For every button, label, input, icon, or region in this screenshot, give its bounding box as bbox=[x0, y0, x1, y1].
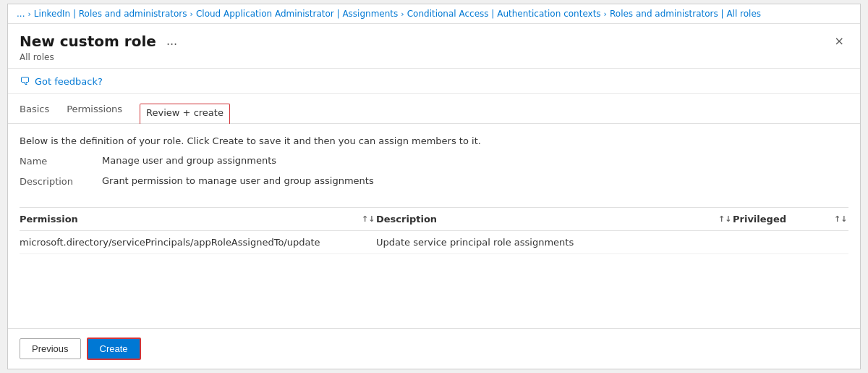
col-description-label: Description bbox=[376, 214, 718, 225]
page-title: New custom role bbox=[20, 33, 156, 50]
breadcrumb: ... › LinkedIn | Roles and administrator… bbox=[8, 4, 860, 24]
create-button[interactable]: Create bbox=[87, 338, 141, 360]
description-text: Below is the definition of your role. Cl… bbox=[8, 124, 860, 155]
main-window: ... › LinkedIn | Roles and administrator… bbox=[7, 4, 861, 369]
tab-review-create[interactable]: Review + create bbox=[140, 104, 230, 124]
feedback-icon: 🗨 bbox=[20, 75, 30, 88]
field-description: Description Grant permission to manage u… bbox=[20, 175, 848, 187]
breadcrumb-item-2[interactable]: Conditional Access | Authentication cont… bbox=[407, 9, 601, 19]
tab-permissions[interactable]: Permissions bbox=[67, 104, 122, 123]
breadcrumb-item-1[interactable]: Cloud Application Administrator | Assign… bbox=[196, 9, 398, 19]
breadcrumb-item-3[interactable]: Roles and administrators | All roles bbox=[610, 9, 761, 19]
col-privileged-label: Privileged bbox=[733, 214, 834, 225]
field-name: Name Manage user and group assignments bbox=[20, 155, 848, 167]
col-permission-label: Permission bbox=[20, 214, 362, 225]
sort-description-icon[interactable]: ↑↓ bbox=[718, 214, 733, 224]
header: New custom role ... × bbox=[8, 24, 860, 51]
table-row: microsoft.directory/servicePrincipals/ap… bbox=[20, 231, 848, 254]
feedback-label: Got feedback? bbox=[35, 76, 103, 87]
table-header: Permission ↑↓ Description ↑↓ Privileged … bbox=[20, 207, 848, 231]
sort-permission-icon[interactable]: ↑↓ bbox=[362, 214, 376, 224]
header-options-button[interactable]: ... bbox=[162, 33, 182, 49]
footer-bar: Previous Create bbox=[8, 328, 860, 369]
sort-privileged-icon[interactable]: ↑↓ bbox=[834, 214, 848, 224]
header-subtitle: All roles bbox=[8, 51, 860, 68]
fields-section: Name Manage user and group assignments D… bbox=[8, 155, 860, 196]
field-name-value: Manage user and group assignments bbox=[102, 155, 276, 166]
row-permission-value: microsoft.directory/servicePrincipals/ap… bbox=[20, 237, 362, 248]
tab-basics[interactable]: Basics bbox=[20, 104, 49, 123]
field-name-label: Name bbox=[20, 155, 85, 167]
breadcrumb-dots[interactable]: ... bbox=[17, 9, 25, 19]
title-group: New custom role ... bbox=[20, 33, 182, 50]
tabs-row: Basics Permissions Review + create bbox=[8, 94, 860, 124]
row-description-value: Update service principal role assignment… bbox=[376, 237, 718, 248]
feedback-bar[interactable]: 🗨 Got feedback? bbox=[8, 68, 860, 94]
previous-button[interactable]: Previous bbox=[20, 338, 81, 359]
field-description-value: Grant permission to manage user and grou… bbox=[102, 175, 374, 186]
breadcrumb-item-0[interactable]: LinkedIn | Roles and administrators bbox=[34, 9, 187, 19]
field-description-label: Description bbox=[20, 175, 85, 187]
close-button[interactable]: × bbox=[830, 31, 848, 51]
permissions-table: Permission ↑↓ Description ↑↓ Privileged … bbox=[8, 196, 860, 254]
